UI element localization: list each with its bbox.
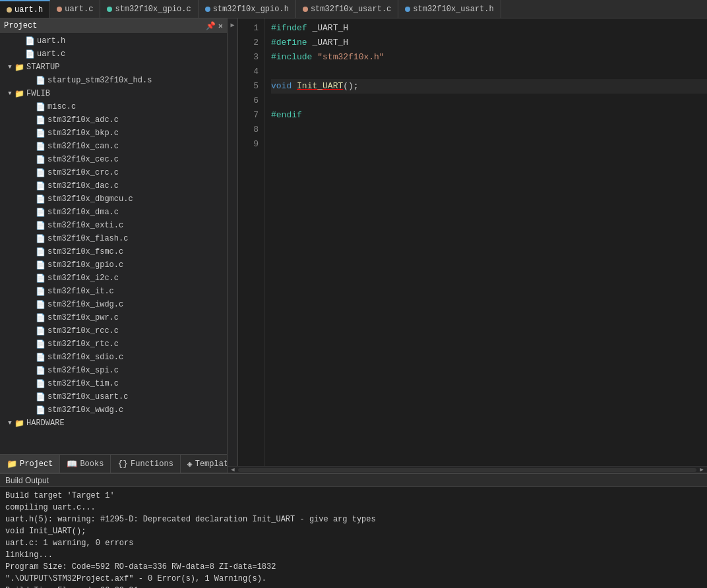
- tree-item[interactable]: 📄stm32f10x_exti.c: [0, 219, 227, 232]
- editor-wrapper: ▶ 123456789 #ifndef _UART_H#define _UART…: [228, 18, 707, 466]
- file-icon: 📄: [36, 287, 46, 297]
- tree-item[interactable]: 📄stm32f10x_gpio.c: [0, 258, 227, 272]
- sidebar-title: Project: [4, 21, 37, 30]
- code-area[interactable]: #ifndef _UART_H#define _UART_H#include "…: [264, 18, 707, 466]
- sidebar-tab-icon: 📁: [7, 459, 17, 469]
- tree-item[interactable]: ▼📁FWLIB: [0, 87, 227, 100]
- sidebar-tab-books[interactable]: 📖Books: [60, 455, 111, 473]
- tree-item[interactable]: ▼📁STARTUP: [0, 61, 227, 74]
- build-line: ".\OUTPUT\STM32Project.axf" - 0 Error(s)…: [5, 573, 702, 585]
- tree-item[interactable]: 📄stm32f10x_dbgmcu.c: [0, 192, 227, 206]
- tab-label: stm32f10x_usart.h: [413, 5, 493, 14]
- pin-icon[interactable]: 📌: [206, 21, 216, 31]
- tab-uart-h[interactable]: uart.h: [0, 0, 50, 18]
- tree-item[interactable]: ▼📁HARDWARE: [0, 417, 227, 430]
- tree-item[interactable]: 📄stm32f10x_wwdg.c: [0, 403, 227, 417]
- code-line[interactable]: [271, 123, 707, 137]
- tree-item[interactable]: 📄startup_stm32f10x_hd.s: [0, 74, 227, 87]
- code-line[interactable]: [271, 65, 707, 79]
- tree-item[interactable]: 📄stm32f10x_spi.c: [0, 364, 227, 377]
- tree-item[interactable]: 📄stm32f10x_flash.c: [0, 232, 227, 245]
- tree-item[interactable]: 📄stm32f10x_i2c.c: [0, 272, 227, 285]
- line-number: 4: [243, 65, 259, 79]
- tree-item[interactable]: 📄stm32f10x_cec.c: [0, 153, 227, 166]
- h-scroll-left[interactable]: ◀: [228, 466, 238, 473]
- expander-icon: ▼: [5, 64, 15, 71]
- tree-item[interactable]: 📄stm32f10x_dac.c: [0, 179, 227, 192]
- code-line[interactable]: #define _UART_H: [271, 36, 707, 50]
- file-label: stm32f10x_i2c.c: [47, 274, 119, 283]
- build-line: uart.h(5): warning: #1295-D: Deprecated …: [5, 514, 702, 525]
- file-icon: 📄: [25, 49, 35, 59]
- h-scroll-track[interactable]: [238, 468, 696, 472]
- line-number: 8: [243, 123, 259, 137]
- file-icon: 📄: [36, 102, 46, 112]
- tree-item[interactable]: 📄misc.c: [0, 100, 227, 113]
- file-label: stm32f10x_it.c: [47, 287, 114, 296]
- tree-item[interactable]: 📄stm32f10x_rtc.c: [0, 338, 227, 351]
- expander-icon: ▼: [5, 420, 15, 426]
- tab-stm32f10x-gpio-h[interactable]: stm32f10x_gpio.h: [199, 0, 296, 18]
- sidebar-tabs: 📁Project📖Books{}Functions◈Templates: [0, 454, 227, 473]
- file-label: stm32f10x_adc.c: [47, 115, 119, 125]
- line-number: 3: [243, 50, 259, 65]
- tree-item[interactable]: 📄stm32f10x_bkp.c: [0, 127, 227, 140]
- file-icon: 📄: [36, 76, 46, 86]
- file-label: stm32f10x_rcc.c: [47, 326, 119, 336]
- file-icon: 📄: [36, 234, 46, 244]
- file-icon: 📄: [36, 194, 46, 204]
- code-line[interactable]: #ifndef _UART_H: [271, 21, 707, 36]
- tab-dot: [405, 7, 410, 12]
- tree-item[interactable]: 📄stm32f10x_pwr.c: [0, 311, 227, 324]
- tree-item[interactable]: 📄stm32f10x_usart.c: [0, 390, 227, 403]
- editor-content: 123456789 #ifndef _UART_H#define _UART_H…: [238, 18, 707, 466]
- tree-item[interactable]: 📄stm32f10x_can.c: [0, 140, 227, 153]
- sidebar-tab-icon: {}: [117, 459, 128, 469]
- tab-stm32f10x-usart-h[interactable]: stm32f10x_usart.h: [398, 0, 501, 18]
- file-label: misc.c: [47, 102, 76, 111]
- tree-item[interactable]: 📄stm32f10x_tim.c: [0, 377, 227, 390]
- h-scroll-right[interactable]: ▶: [696, 466, 707, 473]
- tree-item[interactable]: 📄stm32f10x_fsmc.c: [0, 245, 227, 258]
- file-label: stm32f10x_gpio.c: [47, 260, 123, 270]
- code-line[interactable]: #include "stm32f10x.h": [271, 50, 707, 65]
- tree-item[interactable]: 📄stm32f10x_rcc.c: [0, 324, 227, 338]
- tree-item[interactable]: 📄stm32f10x_iwdg.c: [0, 298, 227, 311]
- tree-item[interactable]: 📄stm32f10x_adc.c: [0, 113, 227, 127]
- build-line: linking...: [5, 549, 702, 561]
- tab-stm32f10x-usart-c[interactable]: stm32f10x_usart.c: [296, 0, 398, 18]
- tab-uart-c[interactable]: uart.c: [50, 0, 100, 18]
- file-label: stm32f10x_rtc.c: [47, 339, 119, 349]
- line-number: 2: [243, 36, 259, 50]
- tree-item[interactable]: 📄stm32f10x_sdio.c: [0, 351, 227, 364]
- sidebar-tab-templates[interactable]: ◈Templates: [181, 455, 228, 473]
- sidebar-tab-project[interactable]: 📁Project: [0, 455, 60, 473]
- tab-stm32f10x-gpio-c[interactable]: stm32f10x_gpio.c: [100, 0, 198, 18]
- build-line: uart.c: 1 warning, 0 errors: [5, 537, 702, 549]
- tab-label: uart.h: [15, 5, 43, 15]
- file-icon: 📄: [36, 260, 46, 270]
- file-label: stm32f10x_fsmc.c: [47, 247, 123, 256]
- tree-item[interactable]: 📄stm32f10x_it.c: [0, 285, 227, 298]
- tab-dot: [107, 7, 112, 12]
- tree-item[interactable]: 📄stm32f10x_crc.c: [0, 166, 227, 179]
- sidebar-tab-label: Functions: [131, 459, 173, 469]
- close-icon[interactable]: ✕: [218, 21, 223, 31]
- sidebar-tab-icon: 📖: [67, 459, 77, 469]
- file-icon: 📄: [25, 36, 35, 46]
- code-line[interactable]: [271, 137, 707, 152]
- code-line[interactable]: #endif: [271, 108, 707, 123]
- sidebar-header-icons: 📌 ✕: [206, 21, 223, 31]
- code-line[interactable]: [271, 94, 707, 108]
- file-icon: 📄: [36, 115, 46, 125]
- tree-item[interactable]: 📄uart.c: [0, 47, 227, 61]
- code-line[interactable]: void Init_UART();: [271, 79, 707, 94]
- sidebar-tab-functions[interactable]: {}Functions: [111, 455, 180, 473]
- tree-item[interactable]: 📄uart.h: [0, 34, 227, 47]
- tree-item[interactable]: 📄stm32f10x_dma.c: [0, 206, 227, 219]
- file-label: stm32f10x_usart.c: [47, 392, 128, 401]
- scroll-left-arrow[interactable]: ▶: [228, 18, 238, 466]
- tab-label: stm32f10x_gpio.c: [115, 5, 191, 14]
- file-label: stm32f10x_sdio.c: [47, 353, 123, 362]
- h-scrollbar[interactable]: ◀ ▶: [228, 466, 707, 473]
